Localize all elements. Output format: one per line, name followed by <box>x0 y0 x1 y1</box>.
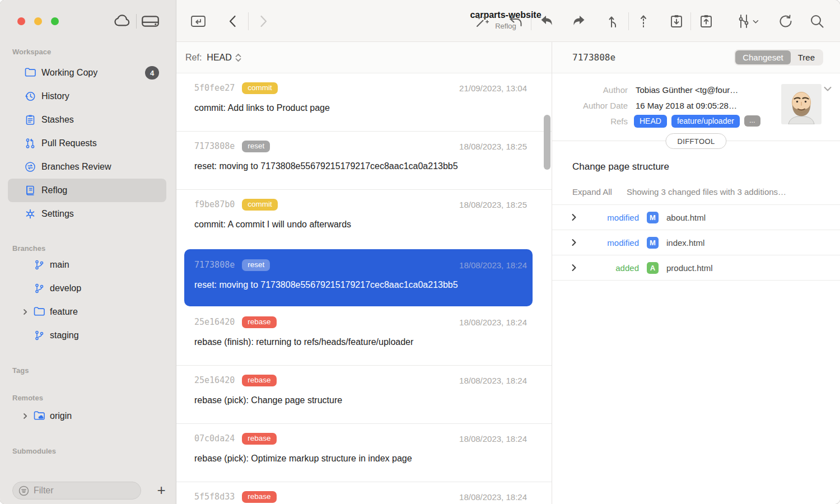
submodules-section-header: Submodules <box>12 447 176 456</box>
ref-value[interactable]: HEAD <box>207 53 231 63</box>
reflog-row[interactable]: f9be87b0 commit 18/08/2023, 18:25 commit… <box>176 190 552 248</box>
branch-items: main develop feature staging <box>0 253 176 347</box>
reflog-action-badge: rebase <box>242 433 276 445</box>
sidebar-item-history[interactable]: History <box>8 85 166 108</box>
status-badge-modified: M <box>647 212 659 223</box>
file-status: modified <box>578 213 639 222</box>
sidebar-item-branch-staging[interactable]: staging <box>8 324 166 347</box>
commit-hash: 5f5f8d33 <box>194 492 235 502</box>
close-button[interactable] <box>17 17 25 25</box>
ref-badge-branch[interactable]: feature/uploader <box>671 115 740 128</box>
reflog-message: commit: Add links to Product page <box>194 103 527 113</box>
reflog-date: 18/08/2023, 18:25 <box>459 200 527 209</box>
changeset-section: Change page structure Expand All Showing… <box>552 141 840 281</box>
branch-icon <box>34 259 45 270</box>
merge-icon[interactable] <box>605 13 621 29</box>
sidebar-item-reflog[interactable]: Reflog <box>8 179 166 202</box>
wand-icon[interactable] <box>474 13 490 29</box>
chevron-updown-icon[interactable] <box>235 53 242 63</box>
undo-icon[interactable] <box>508 13 524 29</box>
sidebar-item-settings[interactable]: Settings <box>8 202 166 226</box>
reflog-row[interactable]: 5f5f8d33 rebase 18/08/2023, 18:24 <box>176 482 552 504</box>
toolbar-separator <box>690 12 691 30</box>
difftool-button[interactable]: DIFFTOOL <box>665 133 726 149</box>
tab-changeset[interactable]: Changeset <box>735 50 791 64</box>
titlebar-separator <box>136 14 137 29</box>
reflog-row[interactable]: 7173808e reset 18/08/2023, 18:25 reset: … <box>176 132 552 190</box>
add-button[interactable]: + <box>153 480 169 500</box>
zoom-button[interactable] <box>51 17 59 25</box>
file-row[interactable]: modified M about.html <box>552 205 840 230</box>
sidebar-item-pull-requests[interactable]: Pull Requests <box>8 132 166 155</box>
reflog-row[interactable]: 25e16420 rebase 18/08/2023, 18:24 rebase… <box>176 366 552 424</box>
sidebar-item-stashes[interactable]: Stashes <box>8 108 166 132</box>
chevron-right-icon[interactable] <box>570 213 578 222</box>
remote-folder-icon <box>34 410 45 422</box>
commit-detail-panel: 7173808e Changeset Tree Author Tobias Gü… <box>552 42 840 504</box>
reflog-date: 18/08/2023, 18:24 <box>459 260 527 270</box>
scrollbar-thumb[interactable] <box>544 115 550 170</box>
branch-icon <box>34 283 45 294</box>
chevron-right-icon[interactable] <box>570 263 578 272</box>
ref-selector-bar: Ref: HEAD <box>176 42 552 73</box>
search-icon[interactable] <box>809 13 825 29</box>
open-repo-icon[interactable] <box>190 13 206 29</box>
reflog-date: 18/08/2023, 18:24 <box>459 434 527 444</box>
tags-section-header: Tags <box>12 366 176 375</box>
sidebar-item-label: Working Copy <box>41 68 97 78</box>
file-row[interactable]: added A product.html <box>552 255 840 281</box>
tab-tree[interactable]: Tree <box>791 50 822 64</box>
refs-more-button[interactable]: ... <box>744 115 760 127</box>
reflog-date: 18/08/2023, 18:25 <box>459 142 527 151</box>
branches-review-icon <box>25 161 36 172</box>
cloud-icon[interactable] <box>112 12 130 29</box>
branch-label: develop <box>50 283 81 293</box>
reflog-action-badge: commit <box>242 199 278 211</box>
reflog-date: 18/08/2023, 18:24 <box>459 318 527 327</box>
stash-apply-icon[interactable] <box>698 13 714 29</box>
filter-input[interactable] <box>34 486 123 496</box>
reflog-date: 18/08/2023, 18:24 <box>459 376 527 385</box>
sidebar-item-branch-feature[interactable]: feature <box>8 300 166 324</box>
author-date-value: 16 May 2018 at 09:05:28… <box>636 101 737 110</box>
stash-save-icon[interactable] <box>669 13 684 29</box>
gitflow-icon[interactable] <box>736 13 760 29</box>
commit-hash: 7173808e <box>194 141 235 151</box>
minimize-button[interactable] <box>34 17 42 25</box>
file-status: added <box>578 263 639 273</box>
reflog-action-badge: rebase <box>242 375 276 386</box>
reflog-row-selected[interactable]: 7173808e reset 18/08/2023, 18:24 reset: … <box>184 249 533 306</box>
chevron-right-icon[interactable] <box>21 412 29 420</box>
reflog-row[interactable]: 25e16420 rebase 18/08/2023, 18:24 rebase… <box>176 307 552 366</box>
file-row[interactable]: modified M index.html <box>552 230 840 255</box>
status-badge-added: A <box>647 262 659 274</box>
sidebar-item-label: Branches Review <box>41 162 111 172</box>
reflog-panel: Ref: HEAD 5f0fee27 commit 21/09/2023, 13… <box>176 42 552 504</box>
sidebar-item-remote-origin[interactable]: origin <box>8 404 166 428</box>
refresh-icon[interactable] <box>778 13 794 29</box>
window-title: carparts-website Reflog <box>424 10 587 30</box>
sidebar-item-branches-review[interactable]: Branches Review <box>8 155 166 179</box>
chevron-down-icon[interactable] <box>823 86 832 92</box>
expand-all-button[interactable]: Expand All <box>572 187 612 197</box>
drive-icon[interactable] <box>141 13 160 29</box>
forward-icon[interactable] <box>257 15 269 28</box>
reflog-row[interactable]: 5f0fee27 commit 21/09/2023, 13:04 commit… <box>176 73 552 132</box>
sidebar-filter <box>12 482 141 500</box>
ref-badge-head[interactable]: HEAD <box>634 115 667 128</box>
chevron-right-icon[interactable] <box>21 308 29 316</box>
branch-label: feature <box>50 307 78 317</box>
redo-icon[interactable] <box>571 13 586 29</box>
back-icon[interactable] <box>227 15 239 28</box>
sidebar-item-branch-main[interactable]: main <box>8 253 166 277</box>
reflog-date: 21/09/2023, 13:04 <box>459 83 527 93</box>
sidebar-item-branch-develop[interactable]: develop <box>8 277 166 300</box>
chevron-right-icon[interactable] <box>570 238 578 247</box>
reflog-row[interactable]: 07c0da24 rebase 18/08/2023, 18:24 rebase… <box>176 424 552 482</box>
reflog-message: rebase (pick): Change page structure <box>194 395 527 405</box>
revert-icon[interactable] <box>539 13 555 29</box>
reflog-action-badge: reset <box>242 259 270 271</box>
rebase-icon[interactable] <box>636 13 651 29</box>
spacer <box>21 284 29 292</box>
sidebar-item-working-copy[interactable]: Working Copy 4 <box>8 61 166 85</box>
